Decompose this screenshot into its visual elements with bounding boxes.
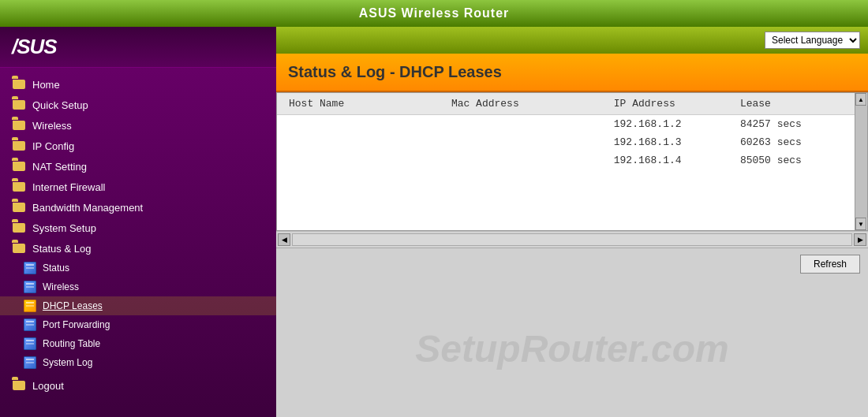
- sub-label-dhcpleases: DHCP Leases: [43, 300, 103, 311]
- cell-lease: 84257 secs: [728, 115, 855, 134]
- table-header-row: Host Name Mac Address IP Address Lease: [277, 93, 855, 115]
- refresh-button[interactable]: Refresh: [800, 255, 860, 274]
- sidebar-sub-status[interactable]: Status: [0, 259, 276, 277]
- watermark-text: SetupRouter.com: [415, 327, 728, 370]
- watermark-area: SetupRouter.com: [276, 280, 868, 417]
- folder-icon: [12, 181, 26, 193]
- page-title: Status & Log - DHCP Leases: [288, 63, 856, 81]
- page-icon: [24, 356, 36, 369]
- folder-icon: [12, 119, 26, 132]
- nav-label-quicksetup: Quick Setup: [32, 99, 88, 111]
- action-bar: Refresh: [276, 248, 868, 280]
- sub-label-syslog: System Log: [43, 357, 92, 368]
- nav-label-logout: Logout: [32, 380, 64, 392]
- nav-label-natsetting: NAT Setting: [32, 161, 87, 173]
- folder-icon: [12, 78, 26, 91]
- sidebar-logo: /SUS​: [0, 27, 276, 68]
- sidebar-item-quicksetup[interactable]: Quick Setup: [0, 95, 276, 115]
- table-row: 192.168.1.284257 secs: [277, 115, 855, 134]
- sidebar-sub-portfwd[interactable]: Port Forwarding: [0, 315, 276, 334]
- cell-ip: 192.168.1.2: [602, 115, 728, 134]
- asus-logo: /SUS​: [12, 35, 264, 59]
- folder-icon: [12, 222, 26, 234]
- col-ip: IP Address: [602, 93, 728, 115]
- scroll-left-arrow[interactable]: ◀: [278, 233, 290, 246]
- sidebar-item-statuslog[interactable]: Status & Log: [0, 238, 276, 259]
- sidebar-item-natsetting[interactable]: NAT Setting: [0, 156, 276, 177]
- sidebar-item-firewall[interactable]: Internet Firewall: [0, 177, 276, 197]
- dhcp-table: Host Name Mac Address IP Address Lease 1…: [277, 93, 855, 169]
- cell-ip: 192.168.1.4: [602, 151, 728, 169]
- sidebar-sub-wireless[interactable]: Wireless: [0, 277, 276, 296]
- sidebar-item-wireless[interactable]: Wireless: [0, 115, 276, 136]
- vertical-scrollbar[interactable]: ▲ ▼: [855, 93, 867, 230]
- nav-label-ipconfig: IP Config: [32, 140, 74, 152]
- cell-lease: 85050 secs: [728, 151, 855, 169]
- nav-label-firewall: Internet Firewall: [32, 181, 105, 193]
- col-hostname: Host Name: [277, 93, 440, 115]
- nav-label-systemsetup: System Setup: [32, 222, 96, 234]
- folder-icon: [12, 140, 26, 152]
- cell-mac: [440, 115, 602, 134]
- folder-icon: [12, 379, 26, 392]
- table-row: 192.168.1.360263 secs: [277, 133, 855, 151]
- sidebar-sub-dhcpleases[interactable]: DHCP Leases: [0, 296, 276, 315]
- lang-bar: Select Language: [276, 27, 868, 54]
- col-mac: Mac Address: [440, 93, 602, 115]
- sidebar-sub-syslog[interactable]: System Log: [0, 353, 276, 372]
- header-title: ASUS Wireless Router: [359, 6, 510, 20]
- top-header: ASUS Wireless Router: [0, 0, 868, 27]
- cell-ip: 192.168.1.3: [602, 133, 728, 151]
- sidebar: /SUS​ Home Quick Setup Wireless IP Confi…: [0, 27, 276, 417]
- page-icon: [24, 281, 36, 293]
- nav-label-home: Home: [32, 79, 60, 91]
- sidebar-item-ipconfig[interactable]: IP Config: [0, 136, 276, 156]
- cell-host: [277, 133, 440, 151]
- nav-label-wireless: Wireless: [32, 120, 72, 132]
- table-wrapper: Host Name Mac Address IP Address Lease 1…: [276, 92, 868, 231]
- content-area: Select Language Status & Log - DHCP Leas…: [276, 27, 868, 417]
- page-icon: [24, 318, 36, 331]
- folder-icon: [12, 160, 26, 173]
- sub-label-status: Status: [43, 262, 69, 274]
- bottom-scrollbar-bar: ◀ ▶: [276, 231, 868, 248]
- sidebar-item-logout[interactable]: Logout: [0, 375, 276, 396]
- scrollbar-down-arrow[interactable]: ▼: [855, 218, 866, 230]
- sidebar-nav: Home Quick Setup Wireless IP Config NAT …: [0, 68, 276, 417]
- main-layout: /SUS​ Home Quick Setup Wireless IP Confi…: [0, 27, 868, 417]
- sidebar-sub-routing[interactable]: Routing Table: [0, 334, 276, 353]
- cell-host: [277, 115, 440, 134]
- folder-icon: [12, 99, 26, 111]
- scrollbar-up-arrow[interactable]: ▲: [855, 93, 866, 106]
- sub-label-portfwd: Port Forwarding: [43, 319, 110, 330]
- sub-label-routing: Routing Table: [43, 338, 100, 349]
- folder-icon: [12, 242, 26, 255]
- cell-mac: [440, 133, 602, 151]
- cell-lease: 60263 secs: [728, 133, 855, 151]
- nav-label-statuslog: Status & Log: [32, 243, 91, 255]
- page-icon-active: [24, 300, 36, 312]
- page-icon: [24, 337, 36, 350]
- horizontal-scrollbar[interactable]: [292, 233, 852, 246]
- sidebar-item-bandwidth[interactable]: Bandwidth Management: [0, 197, 276, 218]
- folder-icon: [12, 201, 26, 214]
- page-icon: [24, 262, 36, 274]
- table-scroll-inner[interactable]: Host Name Mac Address IP Address Lease 1…: [277, 93, 855, 230]
- table-row: 192.168.1.485050 secs: [277, 151, 855, 169]
- sub-label-wireless: Wireless: [43, 281, 79, 292]
- nav-label-bandwidth: Bandwidth Management: [32, 202, 143, 214]
- scroll-right-arrow[interactable]: ▶: [854, 233, 866, 246]
- language-select[interactable]: Select Language: [765, 32, 860, 49]
- cell-mac: [440, 151, 602, 169]
- cell-host: [277, 151, 440, 169]
- sidebar-item-systemsetup[interactable]: System Setup: [0, 218, 276, 238]
- scrollbar-thumb[interactable]: [855, 106, 867, 218]
- col-lease: Lease: [728, 93, 855, 115]
- sidebar-item-home[interactable]: Home: [0, 74, 276, 95]
- page-title-bar: Status & Log - DHCP Leases: [276, 54, 868, 92]
